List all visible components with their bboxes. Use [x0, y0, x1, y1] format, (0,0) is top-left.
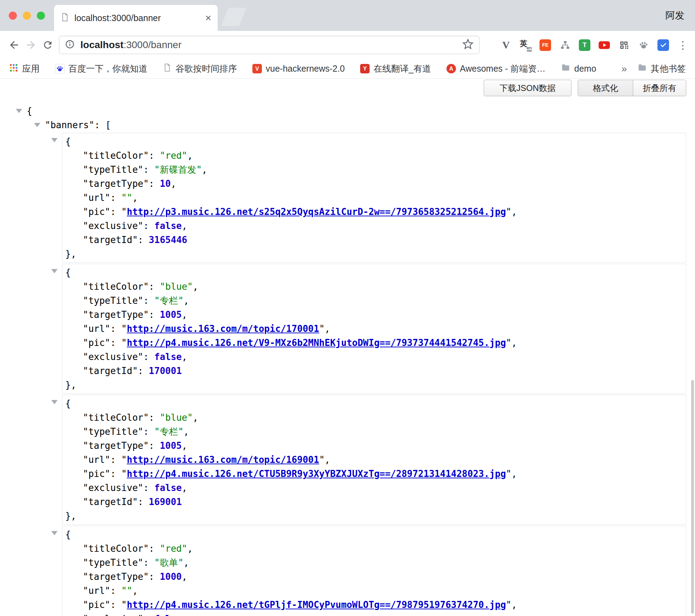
- tab-close-icon[interactable]: ×: [205, 13, 211, 23]
- json-key: "exclusive": [83, 352, 143, 362]
- scrollbar-thumb[interactable]: [691, 380, 694, 614]
- minimize-window-button[interactable]: [23, 12, 31, 20]
- vue-icon: V: [252, 64, 262, 73]
- json-key: "targetType": [83, 178, 149, 189]
- page-info-icon[interactable]: [65, 39, 75, 51]
- collapse-object-icon[interactable]: [51, 531, 58, 535]
- json-punctuation: ,: [182, 571, 187, 582]
- bookmark-apps[interactable]: 应用: [9, 63, 40, 74]
- profile-name[interactable]: 阿发: [666, 0, 684, 31]
- json-url-link[interactable]: http://p4.music.126.net/tGPljf-IMOCyPvum…: [127, 599, 506, 610]
- translate-extension-icon[interactable]: 英en: [519, 39, 532, 52]
- json-punctuation: :: [143, 295, 154, 306]
- json-line: {: [62, 397, 686, 411]
- vimium-extension-icon[interactable]: V: [499, 39, 512, 52]
- json-url-link[interactable]: http://music.163.com/m/topic/169001: [127, 454, 319, 465]
- json-punctuation: ": [506, 338, 511, 348]
- json-line: "targetType": 10,: [62, 177, 686, 191]
- youdao-icon: Y: [360, 64, 370, 73]
- json-punctuation: ": [121, 323, 127, 334]
- json-punctuation: :: [149, 412, 160, 423]
- json-punctuation: :: [138, 366, 149, 376]
- browser-tab[interactable]: localhost:3000/banner ×: [54, 5, 218, 31]
- collapse-banners-icon[interactable]: [34, 123, 40, 127]
- back-button[interactable]: [6, 37, 22, 53]
- paw-extension-icon[interactable]: [637, 39, 650, 52]
- bookmark-awesomes[interactable]: A Awesomes - 前端资…: [446, 63, 545, 74]
- json-boolean-value: false: [154, 221, 182, 231]
- json-punctuation: :: [143, 426, 154, 437]
- json-key: "pic": [83, 207, 110, 217]
- address-bar[interactable]: localhost:3000/banner: [59, 36, 479, 54]
- bookmark-other-folder[interactable]: 其他书签: [637, 63, 686, 74]
- json-punctuation: ": [121, 599, 127, 610]
- json-line: "typeTitle": "专栏",: [62, 425, 686, 439]
- proxy-extension-icon[interactable]: [657, 39, 670, 52]
- json-line: },: [62, 509, 686, 523]
- json-line: "exclusive": false,: [62, 350, 686, 364]
- json-key: "typeTitle": [83, 295, 143, 306]
- format-button[interactable]: 格式化: [578, 80, 633, 96]
- download-json-button[interactable]: 下载JSON数据: [484, 80, 571, 96]
- json-punctuation: ": [506, 468, 511, 479]
- qrcode-extension-icon[interactable]: [617, 39, 630, 52]
- json-punctuation: ": [319, 454, 325, 465]
- json-punctuation: :: [149, 571, 160, 582]
- banner-object: {"titleColor": "red","typeTitle": "歌单","…: [62, 526, 686, 616]
- bookmark-demo-folder[interactable]: demo: [561, 63, 596, 74]
- json-number-value: 1000: [160, 571, 182, 582]
- json-url-link[interactable]: http://p4.music.126.net/V9-MXz6b2MNhEKju…: [127, 338, 506, 348]
- fe-extension-icon[interactable]: FE: [539, 39, 552, 52]
- reload-button[interactable]: [39, 37, 56, 53]
- json-key: "pic": [83, 338, 110, 348]
- json-punctuation: :: [149, 440, 160, 451]
- json-line: "typeTitle": "歌单",: [62, 556, 686, 570]
- json-punctuation: ": [506, 207, 511, 217]
- json-punctuation: :: [143, 557, 154, 568]
- bookmark-google-sort[interactable]: 谷歌按时间排序: [163, 63, 237, 74]
- json-key: "titleColor": [83, 543, 149, 554]
- json-key: "targetType": [83, 309, 149, 320]
- collapse-object-icon[interactable]: [51, 400, 58, 404]
- browser-menu-icon[interactable]: ⋮: [676, 39, 689, 52]
- json-url-link[interactable]: http://music.163.com/m/topic/170001: [127, 323, 319, 334]
- json-number-value: 10: [160, 178, 171, 189]
- json-url-link[interactable]: http://p4.music.126.net/CTU5B9R9y3XyYBZX…: [127, 468, 506, 479]
- json-key: "exclusive": [83, 614, 143, 616]
- collapse-all-button[interactable]: 折叠所有: [633, 80, 686, 96]
- page-content: 下载JSON数据 格式化 折叠所有 { "banners": [ {"title…: [0, 79, 695, 616]
- green-translate-extension-icon[interactable]: T: [578, 39, 591, 52]
- url-text[interactable]: localhost:3000/banner: [80, 39, 457, 51]
- bookmark-youdao[interactable]: Y 在线翻译_有道: [360, 63, 431, 74]
- json-string-value: "blue": [160, 412, 193, 423]
- orgchart-extension-icon[interactable]: [558, 39, 571, 52]
- json-line: "targetId": 3165446: [62, 233, 686, 247]
- json-punctuation: :: [143, 614, 154, 616]
- json-punctuation: ,: [184, 557, 189, 568]
- apps-grid-icon: [9, 63, 18, 74]
- json-punctuation: ,: [511, 207, 517, 217]
- forward-button[interactable]: [22, 37, 39, 53]
- json-punctuation: :: [110, 468, 121, 479]
- youtube-extension-icon[interactable]: [598, 39, 611, 52]
- collapse-object-icon[interactable]: [51, 269, 58, 273]
- close-window-button[interactable]: [9, 12, 17, 20]
- json-string-value: "red": [160, 543, 187, 554]
- json-punctuation: :: [110, 454, 121, 465]
- bookmark-baidu[interactable]: 百度一下，你就知道: [55, 63, 147, 74]
- json-url-link[interactable]: http://p3.music.126.net/s25q2x5QyqsAzilC…: [127, 207, 506, 217]
- json-punctuation: ,: [182, 309, 187, 320]
- bookmark-vue-hackernews[interactable]: V vue-hackernews-2.0: [252, 64, 345, 74]
- fullscreen-window-button[interactable]: [37, 12, 45, 20]
- json-key: "titleColor": [83, 150, 149, 161]
- json-punctuation: {: [65, 267, 71, 278]
- json-line: "url": "",: [62, 191, 686, 205]
- collapse-object-icon[interactable]: [51, 138, 58, 142]
- collapse-root-icon[interactable]: [16, 109, 22, 113]
- new-tab-button[interactable]: [221, 8, 246, 26]
- json-punctuation: },: [65, 249, 76, 259]
- bookmarks-overflow-chevron[interactable]: »: [621, 63, 627, 74]
- bookmark-label: vue-hackernews-2.0: [266, 64, 345, 74]
- baidu-paw-icon: [55, 64, 65, 73]
- bookmark-star-icon[interactable]: [462, 39, 474, 51]
